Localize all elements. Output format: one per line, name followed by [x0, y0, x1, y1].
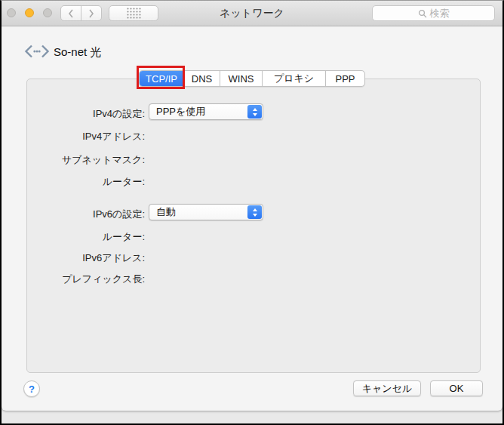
tab-tcpip[interactable]: TCP/IP — [140, 71, 183, 86]
ipv6-config-label: IPv6の設定: — [30, 208, 145, 221]
stepper-icon — [247, 205, 262, 219]
titlebar: ネットワーク 検索 — [2, 1, 502, 26]
search-input[interactable]: 検索 — [372, 5, 495, 21]
chevron-left-icon — [68, 9, 74, 18]
search-icon — [418, 9, 427, 18]
tab-dns[interactable]: DNS — [183, 71, 220, 86]
tab-wins[interactable]: WINS — [220, 71, 262, 86]
cancel-button[interactable]: キャンセル — [353, 380, 421, 396]
grid-icon — [126, 8, 142, 19]
zoom-button[interactable] — [43, 8, 52, 17]
show-all-button[interactable] — [109, 5, 158, 21]
ipv6-config-select[interactable]: 自動 — [149, 204, 263, 220]
service-name: So-net 光 — [54, 45, 101, 60]
nav-button-group — [60, 5, 102, 21]
network-preferences-window: ネットワーク 検索 So-net 光 TCP/IP DNS WINS — [2, 1, 502, 411]
tab-proxy[interactable]: プロキシ — [262, 71, 325, 86]
close-button[interactable] — [7, 8, 16, 17]
ipv6-address-label: IPv6アドレス: — [30, 251, 145, 265]
help-button[interactable]: ? — [23, 380, 40, 397]
network-service-icon — [24, 45, 50, 58]
ipv6-router-label: ルーター: — [30, 230, 145, 244]
subnet-mask-label: サブネットマスク: — [30, 153, 145, 167]
stepper-icon — [247, 105, 262, 119]
ok-button[interactable]: OK — [430, 380, 483, 396]
tab-content-panel — [26, 79, 481, 373]
prefix-length-label: プレフィックス長: — [30, 273, 145, 286]
ipv4-address-label: IPv4アドレス: — [30, 130, 145, 143]
ipv4-config-label: IPv4の設定: — [30, 107, 145, 121]
screenshot-frame: ネットワーク 検索 So-net 光 TCP/IP DNS WINS — [0, 0, 504, 425]
ipv4-config-value: PPPを使用 — [156, 104, 205, 119]
ipv4-router-label: ルーター: — [30, 175, 145, 189]
chevron-right-icon — [88, 9, 94, 18]
ipv6-config-value: 自動 — [156, 205, 176, 220]
minimize-button[interactable] — [25, 8, 34, 17]
back-button[interactable] — [60, 5, 81, 21]
tab-bar: TCP/IP DNS WINS プロキシ PPP — [139, 70, 365, 87]
ipv4-config-select[interactable]: PPPを使用 — [149, 103, 263, 120]
tab-ppp[interactable]: PPP — [325, 71, 364, 86]
forward-button[interactable] — [81, 5, 102, 21]
search-placeholder: 検索 — [430, 7, 450, 20]
